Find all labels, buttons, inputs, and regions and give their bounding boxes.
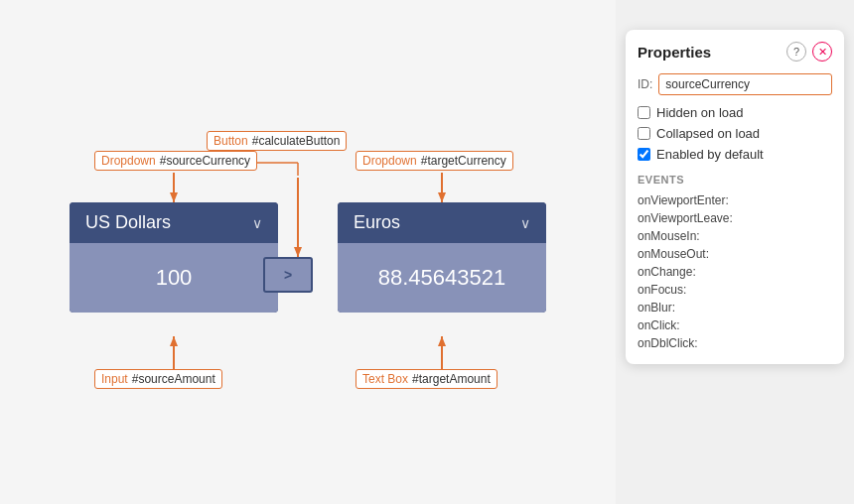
event-onfocus: onFocus: xyxy=(638,281,832,299)
calculate-button[interactable]: > xyxy=(263,257,313,293)
event-onmouseout: onMouseOut: xyxy=(638,245,832,263)
svg-marker-7 xyxy=(170,336,178,346)
svg-marker-1 xyxy=(170,192,178,202)
event-onclick: onClick: xyxy=(638,316,832,334)
target-body: 88.45643521 xyxy=(338,243,546,313)
events-list: onViewportEnter: onViewportLeave: onMous… xyxy=(638,191,832,352)
source-body: 100 xyxy=(70,243,278,313)
calc-button-label: Button #calculateButton xyxy=(207,131,347,151)
target-amount-label: Text Box #targetAmount xyxy=(356,369,498,389)
event-onviewportleave: onViewportLeave: xyxy=(638,209,832,227)
enabled-by-default-row: Enabled by default xyxy=(638,147,832,162)
close-icon[interactable]: ✕ xyxy=(812,42,832,62)
properties-panel: Properties ? ✕ ID: Hidden on load Collap… xyxy=(626,30,844,364)
event-onviewportenter: onViewportEnter: xyxy=(638,191,832,209)
target-header: Euros ∨ xyxy=(338,202,546,243)
collapsed-on-load-checkbox[interactable] xyxy=(638,127,650,140)
hidden-on-load-row: Hidden on load xyxy=(638,105,832,120)
svg-marker-9 xyxy=(438,336,446,346)
source-currency-label: Dropdown #sourceCurrency xyxy=(94,151,257,171)
enabled-by-default-checkbox[interactable] xyxy=(638,148,650,161)
events-section-title: EVENTS xyxy=(638,174,832,186)
hidden-on-load-checkbox[interactable] xyxy=(638,106,650,119)
source-component: US Dollars ∨ 100 xyxy=(70,202,278,313)
source-amount-label: Input #sourceAmount xyxy=(94,369,222,389)
source-header: US Dollars ∨ xyxy=(70,202,278,243)
target-currency-label: Dropdown #targetCurrency xyxy=(356,151,513,171)
svg-marker-3 xyxy=(294,247,302,257)
id-row: ID: xyxy=(638,73,832,95)
panel-header: Properties ? ✕ xyxy=(638,42,832,62)
help-icon[interactable]: ? xyxy=(786,42,806,62)
id-input[interactable] xyxy=(658,73,832,95)
event-onmousein: onMouseIn: xyxy=(638,227,832,245)
target-component: Euros ∨ 88.45643521 xyxy=(338,202,546,313)
panel-title: Properties xyxy=(638,44,711,61)
collapsed-on-load-label: Collapsed on load xyxy=(656,126,760,141)
canvas-area: Dropdown #sourceCurrency Button #calcula… xyxy=(0,0,616,504)
event-ondblclick: onDblClick: xyxy=(638,334,832,352)
event-onchange: onChange: xyxy=(638,263,832,281)
hidden-on-load-label: Hidden on load xyxy=(656,105,743,120)
collapsed-on-load-row: Collapsed on load xyxy=(638,126,832,141)
id-label: ID: xyxy=(638,77,652,91)
svg-marker-5 xyxy=(438,192,446,202)
diagram-wrapper: Dropdown #sourceCurrency Button #calcula… xyxy=(30,63,586,441)
event-onblur: onBlur: xyxy=(638,299,832,316)
enabled-by-default-label: Enabled by default xyxy=(656,147,764,162)
panel-icons: ? ✕ xyxy=(786,42,832,62)
